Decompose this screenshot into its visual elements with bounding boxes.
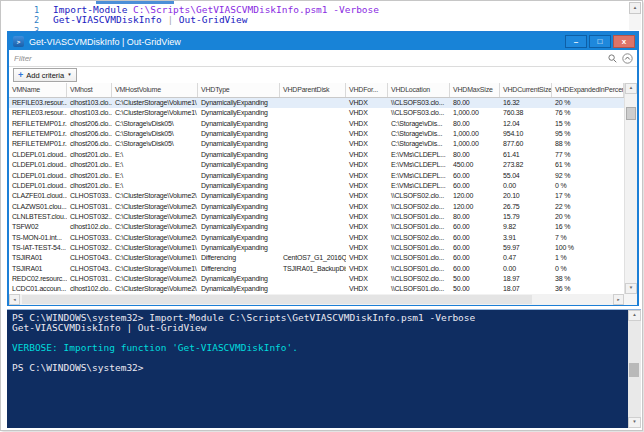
cell: 20 % [552,212,624,222]
scroll-right-icon[interactable]: ► [613,294,624,305]
cell: VHDX [346,139,388,149]
cell [280,98,346,108]
table-row[interactable]: CLDEPL01.cloud...clhost201.clo...E:\Dyna… [9,160,624,170]
table-row[interactable]: REFILE03.resour...clhost103.clo...C:\Clu… [9,108,624,118]
column-header[interactable]: VHDType [198,83,280,97]
script-editor[interactable]: 1Import-Module C:\Scripts\GetVIASCVMDisk… [1,5,627,31]
cell: C:\ClusterStorage\Volume1\ [112,243,198,253]
console-output[interactable]: PS C:\WINDOWS\system32> Import-Module C:… [7,310,628,428]
table-row[interactable]: REFILE03.resour...clhost103.clo...C:\Clu… [9,98,624,108]
scroll-left-icon[interactable]: ◄ [9,294,20,305]
cell: \\CLSOFS02.clo... [388,233,450,243]
table-row[interactable]: CLNLBTEST.clou...CLHOST032...C:\ClusterS… [9,212,624,222]
console-scrollbar[interactable]: ▲ ▼ [628,310,641,428]
cell [280,150,346,160]
cell: 61 % [552,160,624,170]
code-token: Import-Module [53,4,133,15]
cell: C:\ClusterStorage\Volume1\ [112,253,198,263]
grid-vertical-scrollbar[interactable]: ▲ ▼ [624,83,637,294]
cell: TS-IAT-TEST-54... [9,243,67,253]
console-line: VERBOSE: Importing function 'Get-VIASCVM… [12,343,628,353]
cell [280,108,346,118]
table-row[interactable]: REFILETEMP01.r...clhost206.clo...C:\Stor… [9,139,624,149]
cell: 273.82 [500,160,552,170]
table-row[interactable]: REFILETEMP01.r...clhost206.clo...C:\Stor… [9,119,624,129]
column-header[interactable]: VHDCurrentSize [500,83,552,97]
cell: C:\ClusterStorage\Volume2\ [112,274,198,284]
cell: C:\ClusterStorage\Volume2\ [112,212,198,222]
scroll-track[interactable] [20,294,613,305]
cell: clhost206.clo... [67,129,112,139]
column-header[interactable]: VHDFor... [346,83,388,97]
table-row[interactable]: TSJIRA01CLHOST043...C:\ClusterStorage\Vo… [9,264,624,274]
cell: \\CLSOFS02.clo... [388,274,450,284]
cell: DynamicallyExpanding [198,160,280,170]
column-header[interactable]: VHDMaxSize [450,83,500,97]
scroll-up-icon[interactable]: ▲ [628,310,641,321]
cell: clhost201.clo... [67,150,112,160]
filter-bar [9,50,637,67]
add-criteria-button[interactable]: + Add criteria ▼ [13,68,77,82]
cell: DynamicallyExpanding [198,181,280,191]
cell: CLHOST031... [67,274,112,284]
cell: TSJIRA01 [9,264,67,274]
line-number: 1 [1,5,53,15]
cell: REFILE03.resour... [9,108,67,118]
scroll-up-icon[interactable]: ▲ [625,83,637,94]
cell: CLAZFE01.cloud... [9,191,67,201]
scroll-track[interactable] [628,321,641,417]
cell: 7 % [552,233,624,243]
cell: CLHOST043... [67,264,112,274]
column-header[interactable]: VHDExpandedInPercent [552,83,624,97]
table-row[interactable]: TSFW02clhost102.clo...C:\ClusterStorage\… [9,222,624,232]
cell [280,119,346,129]
close-button[interactable]: x [613,35,635,48]
table-row[interactable]: CLAZFE01.cloud...CLHOST033...C:\ClusterS… [9,191,624,201]
column-header[interactable]: VMhost [67,83,112,97]
scroll-down-icon[interactable]: ▼ [625,283,637,294]
column-header[interactable]: VMHostVolume [112,83,198,97]
scroll-down-icon[interactable]: ▼ [628,417,641,428]
scroll-thumb[interactable] [629,363,639,377]
table-row[interactable]: TS-IAT-TEST-54...CLHOST032...C:\ClusterS… [9,243,624,253]
collapse-criteria-icon[interactable] [622,53,633,64]
console-pane[interactable]: PS C:\WINDOWS\system32> Import-Module C:… [7,309,641,428]
filter-input[interactable] [9,51,608,65]
grid-horizontal-scrollbar[interactable]: ◄ ► [9,294,624,305]
cell: REDC02.resourc... [9,274,67,284]
table-row[interactable]: CLDEPL01.cloud...clhost201.clo...E:\Dyna… [9,171,624,181]
cell: 80.00 [450,119,500,129]
column-header[interactable]: VHDLocation [388,83,450,97]
scroll-track[interactable] [625,94,637,283]
ise-window: 1Import-Module C:\Scripts\GetVIASCVMDisk… [0,0,644,432]
table-row[interactable]: CLDEPL01.cloud...clhost201.clo...E:\Dyna… [9,181,624,191]
maximize-button[interactable]: □ [589,35,611,48]
table-row[interactable]: REDC02.resourc...CLHOST031...C:\ClusterS… [9,274,624,284]
scroll-thumb[interactable] [22,295,532,304]
cell: VHDX [346,212,388,222]
cell: DynamicallyExpanding [198,202,280,212]
code-token: Out-GridView [179,14,248,25]
table-row[interactable]: REFILETEMP01.r...clhost206.clo...C:\Stor… [9,129,624,139]
cell: C:\Storage\vDisk05\ [112,139,198,149]
cell: clhost201.clo... [67,171,112,181]
table-row[interactable]: TS-MON-01.int...CLHOST033...C:\ClusterSt… [9,233,624,243]
scroll-thumb[interactable] [626,107,636,120]
column-header[interactable]: VHDParentDisk [280,83,346,97]
cell: 38 % [552,274,624,284]
table-row[interactable]: CLDEPL01.cloud...clhost201.clo...E:\Dyna… [9,150,624,160]
table-row[interactable]: TSJIRA01CLHOST043...C:\ClusterStorage\Vo… [9,253,624,263]
cell: 95 % [552,129,624,139]
column-header[interactable]: VMName [9,83,67,97]
cell [280,222,346,232]
cell: DynamicallyExpanding [198,119,280,129]
minimize-button[interactable]: – [565,35,587,48]
cell: CLAZWS01.clou... [9,202,67,212]
gridview-titlebar[interactable]: > Get-VIASCVMDiskInfo | Out-GridView – □… [9,33,637,50]
cell: CentOS7_G1_2016Q... [280,253,346,263]
table-row[interactable]: CLAZWS01.clou...CLHOST031...C:\ClusterSt… [9,202,624,212]
script-scrollbar[interactable]: ▲ [629,2,641,30]
cell: VHDX [346,202,388,212]
cell: 60.00 [450,243,500,253]
scroll-up-icon[interactable]: ▲ [629,2,641,14]
